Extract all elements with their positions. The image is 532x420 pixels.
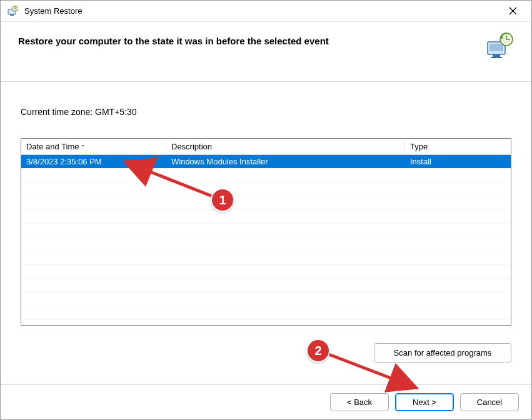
table-row-empty — [21, 196, 511, 210]
content-area: Current time zone: GMT+5:30 Date and Tim… — [1, 82, 531, 332]
restore-icon — [485, 32, 514, 61]
wizard-footer: < Back Next > Cancel — [1, 384, 531, 419]
table-row-empty — [21, 224, 511, 238]
table-row-empty — [21, 210, 511, 224]
table-row-empty — [21, 169, 511, 182]
sort-indicator-icon: ⌄ — [81, 141, 86, 148]
column-header-type[interactable]: Type — [405, 139, 511, 154]
column-label: Date and Time — [26, 142, 79, 151]
list-body: 3/8/2023 2:35:06 PM Windows Modules Inst… — [21, 155, 511, 325]
table-row-empty — [21, 182, 511, 196]
window-title: System Restore — [24, 6, 82, 16]
svg-rect-5 — [493, 54, 500, 57]
scan-affected-button[interactable]: Scan for affected programs — [374, 343, 511, 362]
wizard-header: Restore your computer to the state it wa… — [1, 22, 531, 82]
column-label: Description — [171, 142, 212, 151]
table-row[interactable]: 3/8/2023 2:35:06 PM Windows Modules Inst… — [21, 155, 511, 169]
timezone-label: Current time zone: GMT+5:30 — [21, 107, 511, 117]
svg-rect-4 — [489, 44, 503, 51]
scan-row: Scan for affected programs — [1, 332, 531, 369]
svg-rect-1 — [10, 14, 14, 16]
instruction-text: Restore your computer to the state it wa… — [18, 36, 478, 46]
list-header: Date and Time ⌄ Description Type — [21, 139, 511, 155]
cell-type: Install — [405, 156, 511, 168]
close-icon — [509, 7, 517, 15]
table-row-empty — [21, 238, 511, 251]
back-button[interactable]: < Back — [330, 393, 389, 411]
column-header-datetime[interactable]: Date and Time ⌄ — [21, 139, 166, 154]
next-button[interactable]: Next > — [395, 393, 454, 411]
close-button[interactable] — [500, 2, 525, 21]
table-row-empty — [21, 265, 511, 279]
table-row-empty — [21, 251, 511, 265]
table-row-empty — [21, 279, 511, 292]
restore-point-list[interactable]: Date and Time ⌄ Description Type 3/8/202… — [21, 138, 511, 326]
titlebar: System Restore — [1, 1, 531, 22]
cell-description: Windows Modules Installer — [166, 156, 405, 168]
system-restore-icon — [7, 6, 18, 17]
column-label: Type — [410, 142, 428, 151]
cell-datetime: 3/8/2023 2:35:06 PM — [21, 156, 166, 168]
table-row-empty — [21, 292, 511, 306]
table-row-empty — [21, 306, 511, 320]
svg-rect-6 — [491, 57, 502, 58]
column-header-description[interactable]: Description — [166, 139, 405, 154]
cancel-button[interactable]: Cancel — [460, 393, 519, 411]
